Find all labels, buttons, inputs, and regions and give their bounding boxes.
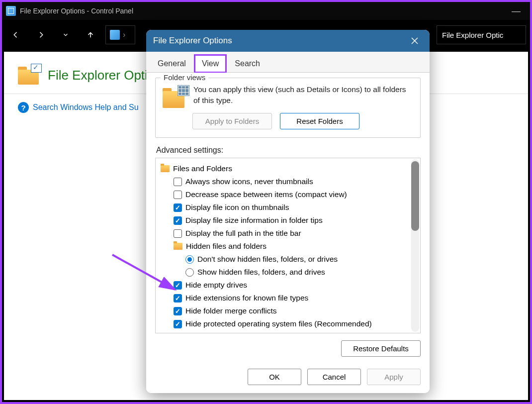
dialog-footer: OK Cancel Apply: [146, 364, 430, 393]
dialog-tabs: General View Search: [146, 52, 430, 73]
location-icon: [110, 30, 120, 40]
tree-group-hidden: Hidden files and folders: [186, 240, 266, 252]
checkbox-launch-separate[interactable]: [174, 333, 182, 333]
label-hide-merge-conflicts: Hide folder merge conflicts: [185, 305, 277, 317]
folder-views-text: You can apply this view (such as Details…: [193, 84, 413, 105]
app-icon: [6, 6, 16, 16]
advanced-settings-label: Advanced settings:: [156, 146, 421, 155]
tab-general[interactable]: General: [150, 55, 193, 72]
label-file-size-tips: Display file size information in folder …: [185, 214, 323, 226]
help-icon: ?: [18, 102, 29, 113]
back-button[interactable]: [6, 25, 26, 45]
folder-views-legend: Folder views: [161, 73, 208, 82]
radio-show-hidden[interactable]: [185, 268, 194, 277]
window-titlebar: File Explorer Options - Control Panel —: [2, 2, 530, 20]
dialog-titlebar: File Explorer Options: [146, 30, 430, 52]
cancel-button[interactable]: Cancel: [307, 369, 361, 385]
checkbox-hide-merge-conflicts[interactable]: [174, 307, 182, 315]
dialog-close-button[interactable]: [407, 33, 423, 49]
checkbox-full-path-titlebar[interactable]: [174, 229, 182, 238]
restore-defaults-button[interactable]: Restore Defaults: [341, 340, 421, 357]
forward-button[interactable]: [31, 25, 51, 45]
tree-scrollbar-thumb[interactable]: [411, 161, 419, 231]
minimize-button[interactable]: —: [506, 6, 526, 16]
label-hide-empty-drives: Hide empty drives: [185, 279, 247, 291]
reset-folders-button[interactable]: Reset Folders: [280, 113, 359, 129]
search-placeholder: File Explorer Optic: [442, 31, 503, 39]
label-launch-separate: Launch folder windows in a separate proc…: [185, 331, 340, 333]
label-dont-show-hidden: Don't show hidden files, folders, or dri…: [197, 253, 338, 265]
dialog-title: File Explorer Options: [153, 36, 232, 46]
label-always-show-icons: Always show icons, never thumbnails: [185, 176, 313, 188]
checkbox-hide-empty-drives[interactable]: [174, 281, 182, 290]
checkbox-compact-view[interactable]: [174, 191, 182, 199]
folder-views-group: Folder views You can apply this view (su…: [155, 78, 421, 138]
breadcrumb-separator: ›: [123, 30, 125, 39]
up-button[interactable]: [81, 25, 100, 45]
advanced-settings-tree[interactable]: Files and Folders Always show icons, nev…: [155, 158, 421, 333]
file-explorer-options-dialog: File Explorer Options General View Searc…: [146, 30, 430, 393]
checkbox-always-show-icons[interactable]: [174, 178, 182, 186]
label-compact-view: Decrease space between items (compact vi…: [185, 189, 347, 201]
label-full-path-titlebar: Display the full path in the title bar: [185, 227, 301, 239]
label-file-icon-thumbnails: Display file icon on thumbnails: [185, 202, 289, 213]
label-hide-extensions: Hide extensions for known file types: [185, 292, 308, 304]
folder-icon: [174, 243, 182, 250]
folder-views-icon: [163, 86, 187, 108]
folder-icon: [161, 165, 170, 172]
search-input[interactable]: File Explorer Optic: [437, 25, 526, 44]
checkbox-hide-protected-os[interactable]: [174, 320, 182, 328]
checkbox-file-size-tips[interactable]: [174, 216, 182, 225]
address-bar[interactable]: ›: [105, 25, 135, 44]
window-controls: —: [506, 6, 526, 16]
history-dropdown[interactable]: [56, 25, 76, 45]
page-title: File Explorer Optio: [48, 68, 155, 83]
folder-options-hero-icon: [18, 66, 39, 85]
checkbox-file-icon-thumbnails[interactable]: [174, 203, 182, 212]
window-title: File Explorer Options - Control Panel: [20, 7, 133, 15]
radio-dont-show-hidden[interactable]: [185, 255, 194, 264]
label-hide-protected-os: Hide protected operating system files (R…: [185, 318, 372, 330]
tab-search[interactable]: Search: [227, 55, 267, 72]
apply-to-folders-button[interactable]: Apply to Folders: [192, 113, 272, 129]
tab-view[interactable]: View: [194, 55, 226, 73]
help-link[interactable]: Search Windows Help and Su: [33, 103, 139, 112]
checkbox-hide-extensions[interactable]: [174, 294, 182, 303]
tree-group-files-folders: Files and Folders: [173, 163, 232, 175]
apply-button[interactable]: Apply: [367, 369, 421, 385]
ok-button[interactable]: OK: [248, 369, 301, 385]
label-show-hidden: Show hidden files, folders, and drives: [197, 266, 325, 278]
